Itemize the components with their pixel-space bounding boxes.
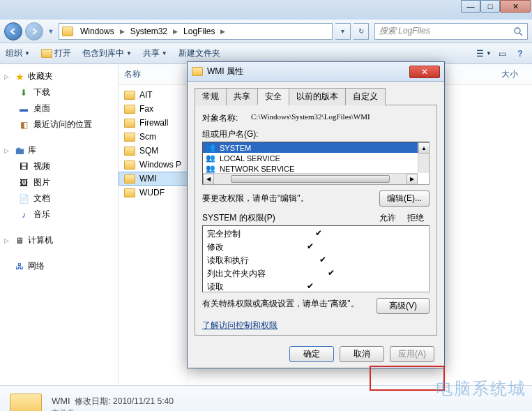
- sidebar-item-pictures[interactable]: 🖼图片: [3, 174, 115, 190]
- allow-check-icon: ✔: [296, 241, 324, 253]
- details-mod-value: 2010/11/21 5:40: [113, 396, 174, 406]
- computer-header[interactable]: ▷🖥计算机: [3, 232, 115, 248]
- sidebar-item-recent[interactable]: ◧最近访问的位置: [3, 117, 115, 133]
- folder-icon: [124, 105, 135, 114]
- group-user-label: 组或用户名(G):: [202, 128, 430, 140]
- tab-custom[interactable]: 自定义: [345, 88, 386, 105]
- user-listbox[interactable]: 👥SYSTEM 👥LOCAL SERVICE 👥NETWORK SERVICE …: [202, 142, 430, 185]
- breadcrumb[interactable]: LogFiles: [181, 27, 218, 36]
- open-button[interactable]: 打开: [41, 47, 71, 59]
- file-row[interactable]: Fax: [119, 102, 188, 116]
- dialog-footer: 确定 取消 应用(A): [289, 346, 434, 362]
- sidebar-item-downloads[interactable]: ⬇下载: [3, 84, 115, 100]
- include-library-menu[interactable]: 包含到库中 ▼: [82, 47, 132, 59]
- file-name: Windows P: [139, 160, 181, 170]
- tab-sharing[interactable]: 共享: [226, 88, 258, 105]
- file-row[interactable]: WUDF: [119, 186, 188, 200]
- organize-menu[interactable]: 组织 ▼: [6, 47, 30, 59]
- details-file-type: 文件夹: [52, 408, 174, 412]
- user-item-network-service[interactable]: 👥NETWORK SERVICE: [203, 163, 429, 174]
- svg-point-0: [515, 28, 520, 33]
- scroll-up-button[interactable]: ▲: [418, 142, 430, 154]
- advanced-button[interactable]: 高级(V): [377, 298, 430, 314]
- file-row[interactable]: SQM: [119, 144, 188, 158]
- minimize-button[interactable]: —: [461, 0, 480, 13]
- folder-icon: [124, 160, 135, 170]
- help-button[interactable]: ?: [514, 48, 526, 59]
- sidebar-item-desktop[interactable]: ▬桌面: [3, 100, 115, 117]
- breadcrumb[interactable]: System32: [128, 27, 170, 36]
- column-header-name[interactable]: 名称: [119, 64, 188, 85]
- preview-pane-button[interactable]: ▭: [496, 48, 508, 59]
- listbox-scrollbar-vertical[interactable]: ▲: [418, 142, 429, 173]
- file-row[interactable]: Scm: [119, 130, 188, 144]
- tab-general[interactable]: 常规: [195, 88, 227, 105]
- new-folder-button[interactable]: 新建文件夹: [178, 47, 220, 59]
- close-button[interactable]: ✕: [500, 0, 531, 13]
- allow-check-icon: ✔: [309, 255, 337, 267]
- details-mod-label: 修改日期:: [75, 396, 110, 406]
- address-dropdown[interactable]: ▾: [335, 23, 351, 40]
- allow-check-icon: ✔: [296, 281, 324, 292]
- navigation-bar: ▼ Windows▶ System32▶ LogFiles▶ ▾ ↻ 搜索 Lo…: [0, 20, 532, 43]
- allow-check-icon: ✔: [317, 268, 345, 280]
- maximize-button[interactable]: □: [480, 0, 500, 13]
- sidebar-item-videos[interactable]: 🎞视频: [3, 158, 115, 174]
- permission-row: 修改✔: [207, 241, 425, 254]
- refresh-button[interactable]: ↻: [354, 23, 369, 40]
- network-header[interactable]: 🖧网络: [3, 258, 115, 274]
- users-icon: 👥: [206, 143, 215, 152]
- dialog-titlebar[interactable]: WMI 属性 ✕: [188, 62, 444, 82]
- edit-permissions-button[interactable]: 编辑(E)...: [379, 190, 430, 207]
- deny-check: [397, 228, 425, 240]
- file-row[interactable]: Windows P: [119, 158, 188, 172]
- ok-button[interactable]: 确定: [289, 346, 334, 362]
- search-input[interactable]: 搜索 LogFiles: [374, 23, 528, 40]
- arrow-right-icon: [31, 28, 38, 35]
- learn-access-control-link[interactable]: 了解访问控制和权限: [202, 320, 278, 330]
- perm-deny-header: 拒绝: [402, 212, 430, 224]
- video-icon: 🎞: [18, 161, 29, 172]
- permissions-listbox[interactable]: 完全控制✔修改✔读取和执行✔列出文件夹内容✔读取✔写入✔: [202, 225, 430, 292]
- tab-security[interactable]: 安全: [257, 88, 289, 105]
- edit-hint: 要更改权限，请单击"编辑"。: [202, 193, 309, 204]
- details-pane: WMI 修改日期: 2010/11/21 5:40 文件夹: [0, 385, 532, 411]
- address-bar[interactable]: Windows▶ System32▶ LogFiles▶: [59, 23, 333, 40]
- properties-dialog: WMI 属性 ✕ 常规 共享 安全 以前的版本 自定义 对象名称: C:\Win…: [187, 61, 445, 368]
- share-menu[interactable]: 共享 ▼: [143, 47, 167, 59]
- search-icon: [513, 27, 523, 36]
- back-button[interactable]: [4, 22, 22, 40]
- object-name-value: C:\Windows\System32\LogFiles\WMI: [251, 112, 370, 124]
- scroll-left-button[interactable]: ◀: [203, 174, 214, 185]
- listbox-scrollbar-horizontal[interactable]: ◀ ▶: [203, 173, 418, 184]
- cancel-button[interactable]: 取消: [340, 346, 384, 362]
- users-icon: 👥: [206, 154, 215, 163]
- scroll-thumb[interactable]: [231, 175, 390, 183]
- apply-button[interactable]: 应用(A): [390, 346, 434, 362]
- user-item-local-service[interactable]: 👥LOCAL SERVICE: [203, 153, 429, 163]
- user-item-system[interactable]: 👥SYSTEM: [203, 142, 429, 153]
- sidebar-item-music[interactable]: ♪音乐: [3, 207, 115, 223]
- forward-button[interactable]: [25, 22, 43, 40]
- file-name: AIT: [139, 90, 153, 100]
- permission-row: 完全控制✔: [207, 227, 425, 241]
- file-name: Firewall: [139, 118, 168, 128]
- breadcrumb[interactable]: Windows: [77, 27, 117, 36]
- favorites-header[interactable]: ▷★收藏夹: [3, 68, 115, 84]
- file-row[interactable]: Firewall: [119, 116, 188, 130]
- library-icon: 🖿: [14, 145, 25, 156]
- file-row[interactable]: WMI: [119, 172, 188, 186]
- file-row[interactable]: AIT: [119, 88, 188, 102]
- history-dropdown[interactable]: ▼: [46, 24, 56, 39]
- deny-check: [397, 255, 425, 267]
- libraries-header[interactable]: ▷🖿库: [3, 142, 115, 158]
- tab-previous[interactable]: 以前的版本: [289, 88, 346, 105]
- desktop-icon: ▬: [18, 103, 29, 114]
- window-titlebar: — □ ✕: [0, 0, 532, 20]
- dialog-close-button[interactable]: ✕: [409, 66, 440, 78]
- sidebar-item-documents[interactable]: 📄文档: [3, 190, 115, 207]
- perm-title: SYSTEM 的权限(P): [202, 212, 275, 224]
- view-options-button[interactable]: ☰ ▼: [478, 48, 490, 59]
- scroll-right-button[interactable]: ▶: [406, 174, 418, 185]
- dialog-tabs: 常规 共享 安全 以前的版本 自定义: [195, 87, 437, 105]
